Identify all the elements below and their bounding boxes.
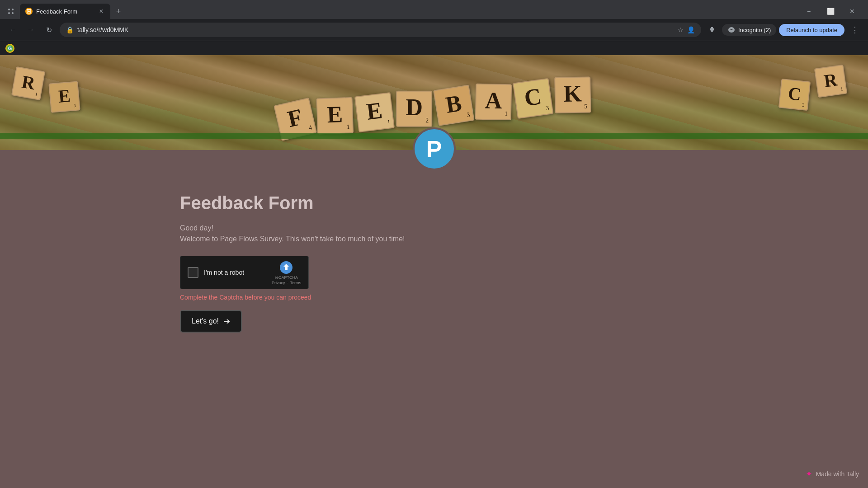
submit-arrow-icon: ➔ <box>223 316 230 326</box>
captcha-error-message: Complete the Captcha before you can proc… <box>180 294 311 301</box>
avatar-letter: P <box>426 136 442 163</box>
avatar: P <box>413 127 456 170</box>
tab-bar: Feedback Form ✕ + − ⬜ ✕ <box>0 0 868 19</box>
form-description: Welcome to Page Flows Survey. This won't… <box>180 235 405 243</box>
minimize-button[interactable]: − <box>798 4 819 19</box>
svg-point-3 <box>12 12 14 14</box>
lock-icon: 🔒 <box>66 26 74 33</box>
made-with-tally-label: Made with Tally <box>816 470 859 478</box>
avatar-container: P <box>0 127 868 170</box>
address-bar[interactable]: 🔒 tally.so/r/wd0MMK ☆ 👤 <box>60 23 701 37</box>
toolbar-right: Incognito (2) Relaunch to update ⋮ <box>705 23 863 37</box>
restore-button[interactable]: ⬜ <box>820 4 841 19</box>
active-tab[interactable]: Feedback Form ✕ <box>20 4 110 19</box>
tab-close-button[interactable]: ✕ <box>98 8 105 15</box>
reload-button[interactable]: ↻ <box>42 23 56 37</box>
relaunch-button[interactable]: Relaunch to update <box>779 24 844 36</box>
tab-title: Feedback Form <box>36 8 94 15</box>
google-apps-icon[interactable]: G <box>5 44 14 53</box>
tab-favicon <box>25 8 33 15</box>
bookmarks-bar: G <box>0 41 868 55</box>
form-section: Feedback Form Good day! Welcome to Page … <box>0 170 868 360</box>
captcha-brand-label: reCAPTCHA <box>275 276 298 280</box>
bookmark-icon[interactable]: ☆ <box>678 26 684 33</box>
back-button[interactable]: ← <box>5 23 20 37</box>
captcha-links: Privacy - Terms <box>272 281 301 285</box>
profile-icon[interactable]: 👤 <box>687 26 695 33</box>
address-bar-row: ← → ↻ 🔒 tally.so/r/wd0MMK ☆ 👤 Incognito … <box>0 19 868 41</box>
form-greeting: Good day! <box>180 224 213 232</box>
more-options-button[interactable]: ⋮ <box>847 23 863 37</box>
forward-button[interactable]: → <box>24 23 38 37</box>
form-title: Feedback Form <box>180 193 314 213</box>
incognito-label: Incognito (2) <box>738 27 771 33</box>
svg-point-0 <box>8 9 10 10</box>
extensions-button[interactable] <box>705 23 719 37</box>
captcha-separator: - <box>287 281 288 285</box>
captcha-label: I'm not a robot <box>204 269 266 276</box>
close-button[interactable]: ✕ <box>842 4 863 19</box>
made-with-tally[interactable]: ✦ Made with Tally <box>806 469 859 479</box>
svg-point-2 <box>8 12 10 14</box>
tally-star-icon: ✦ <box>806 469 812 479</box>
address-bar-actions: ☆ 👤 <box>678 26 695 33</box>
recaptcha-logo-icon <box>279 260 293 275</box>
browser-menu-icon[interactable] <box>5 6 16 17</box>
incognito-button[interactable]: Incognito (2) <box>722 24 776 36</box>
page-content: F 4 E 1 E 1 D 2 B 3 <box>0 55 868 360</box>
captcha-logo-area: reCAPTCHA Privacy - Terms <box>272 260 301 285</box>
url-display: tally.so/r/wd0MMK <box>77 26 128 33</box>
captcha-terms-link[interactable]: Terms <box>290 281 302 285</box>
browser-chrome: Feedback Form ✕ + − ⬜ ✕ ← → ↻ 🔒 tally.so… <box>0 0 868 55</box>
submit-button-label: Let's go! <box>192 317 219 325</box>
captcha-privacy-link[interactable]: Privacy <box>272 281 285 285</box>
new-tab-button[interactable]: + <box>112 5 125 18</box>
svg-point-1 <box>12 9 14 10</box>
window-controls: − ⬜ ✕ <box>798 4 863 19</box>
recaptcha-widget[interactable]: I'm not a robot reCAPTCHA Privacy - Term… <box>180 256 309 289</box>
submit-button[interactable]: Let's go! ➔ <box>180 310 242 333</box>
captcha-checkbox[interactable] <box>188 267 198 278</box>
